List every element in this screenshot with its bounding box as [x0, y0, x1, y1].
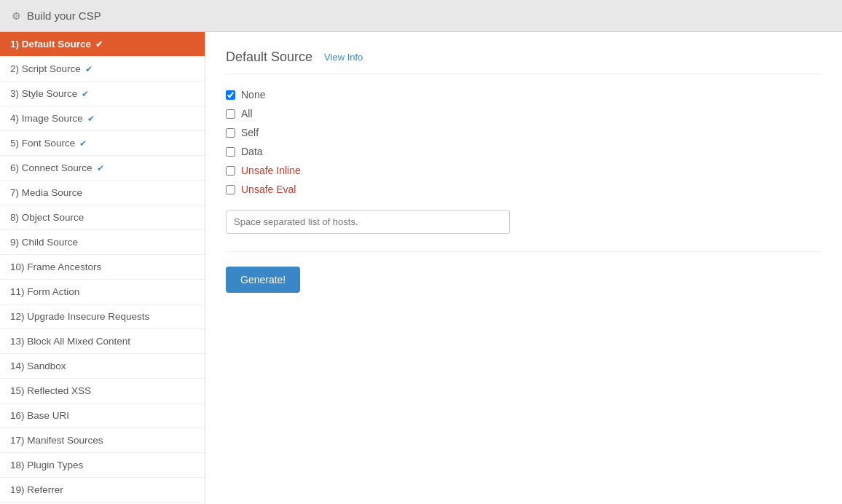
- sidebar-item-10[interactable]: 10) Frame Ancestors: [0, 255, 205, 280]
- sidebar-item-8[interactable]: 8) Object Source: [0, 205, 205, 230]
- option-item-unsafe-inline: Unsafe Inline: [226, 165, 822, 176]
- check-icon: ✔: [95, 39, 103, 50]
- sidebar-item-label: 12) Upgrade Insecure Requests: [10, 311, 149, 322]
- sidebar-item-label: 17) Manifest Sources: [10, 435, 103, 446]
- sidebar-item-label: 6) Connect Source: [10, 162, 93, 173]
- sidebar-item-3[interactable]: 3) Style Source ✔: [0, 82, 205, 106]
- sidebar-item-label: 13) Block All Mixed Content: [10, 336, 130, 347]
- sidebar-item-5[interactable]: 5) Font Source ✔: [0, 131, 205, 156]
- sidebar-item-label: 10) Frame Ancestors: [10, 261, 101, 272]
- option-label-self[interactable]: Self: [226, 127, 259, 138]
- sidebar-item-label: 14) Sandbox: [10, 361, 66, 371]
- sidebar-item-9[interactable]: 9) Child Source: [0, 230, 205, 255]
- section-header: Default Source View Info: [226, 50, 822, 74]
- sidebar-item-6[interactable]: 6) Connect Source ✔: [0, 156, 205, 181]
- sidebar-item-16[interactable]: 16) Base URI: [0, 403, 205, 428]
- main-content: Default Source View Info NoneAllSelfData…: [205, 32, 842, 504]
- sidebar-item-15[interactable]: 15) Reflected XSS: [0, 379, 205, 403]
- sidebar-item-label: 7) Media Source: [10, 187, 82, 198]
- sidebar-item-label: 18) Plugin Types: [10, 460, 83, 470]
- divider: [226, 251, 822, 252]
- sidebar-item-label: 5) Font Source: [10, 138, 75, 149]
- sidebar-item-11[interactable]: 11) Form Action: [0, 280, 205, 304]
- view-info-link[interactable]: View Info: [324, 52, 363, 63]
- app-header-title: Build your CSP: [27, 9, 101, 22]
- check-icon: ✔: [82, 89, 89, 99]
- option-checkbox-data[interactable]: [226, 147, 235, 157]
- option-item-unsafe-eval: Unsafe Eval: [226, 184, 822, 195]
- section-title: Default Source: [226, 50, 312, 65]
- option-item-data: Data: [226, 146, 822, 157]
- options-list: NoneAllSelfDataUnsafe InlineUnsafe Eval: [226, 89, 822, 195]
- check-icon: ✔: [85, 64, 93, 74]
- option-label-none[interactable]: None: [226, 89, 265, 101]
- gear-icon: ⚙: [12, 10, 21, 22]
- sidebar-item-1[interactable]: 1) Default Source ✔: [0, 32, 205, 57]
- option-item-none: None: [226, 89, 822, 101]
- option-checkbox-none[interactable]: [226, 90, 235, 100]
- sidebar-item-4[interactable]: 4) Image Source ✔: [0, 106, 205, 131]
- app-header: ⚙ Build your CSP: [0, 0, 842, 32]
- option-label-unsafe-inline[interactable]: Unsafe Inline: [226, 165, 301, 176]
- check-icon: ✔: [79, 138, 87, 149]
- sidebar-item-label: 3) Style Source: [10, 88, 77, 99]
- sidebar-item-19[interactable]: 19) Referrer: [0, 478, 205, 503]
- sidebar-item-17[interactable]: 17) Manifest Sources: [0, 428, 205, 453]
- sidebar-item-18[interactable]: 18) Plugin Types: [0, 453, 205, 478]
- layout: 1) Default Source ✔2) Script Source ✔3) …: [0, 32, 842, 504]
- option-label-data[interactable]: Data: [226, 146, 263, 157]
- sidebar-item-2[interactable]: 2) Script Source ✔: [0, 57, 205, 82]
- sidebar-item-label: 9) Child Source: [10, 237, 78, 248]
- sidebar-item-12[interactable]: 12) Upgrade Insecure Requests: [0, 304, 205, 329]
- sidebar-item-label: 8) Object Source: [10, 212, 84, 223]
- check-icon: ✔: [87, 114, 95, 124]
- sidebar-item-13[interactable]: 13) Block All Mixed Content: [0, 329, 205, 354]
- sidebar-item-label: 2) Script Source: [10, 63, 81, 74]
- sidebar-item-label: 11) Form Action: [10, 286, 79, 297]
- option-item-all: All: [226, 108, 822, 119]
- option-checkbox-unsafe-eval[interactable]: [226, 185, 235, 194]
- sidebar-item-label: 1) Default Source: [10, 39, 91, 50]
- sidebar: 1) Default Source ✔2) Script Source ✔3) …: [0, 32, 205, 504]
- sidebar-item-label: 15) Reflected XSS: [10, 385, 91, 396]
- option-checkbox-self[interactable]: [226, 128, 235, 138]
- sidebar-item-7[interactable]: 7) Media Source: [0, 181, 205, 205]
- hosts-input[interactable]: [226, 210, 510, 234]
- sidebar-item-label: 19) Referrer: [10, 484, 63, 495]
- option-label-all[interactable]: All: [226, 108, 253, 119]
- sidebar-item-14[interactable]: 14) Sandbox: [0, 354, 205, 379]
- sidebar-item-label: 16) Base URI: [10, 410, 69, 421]
- check-icon: ✔: [97, 163, 104, 173]
- sidebar-item-label: 4) Image Source: [10, 113, 83, 124]
- generate-button[interactable]: Generate!: [226, 267, 300, 293]
- option-item-self: Self: [226, 127, 822, 138]
- option-checkbox-unsafe-inline[interactable]: [226, 166, 235, 176]
- option-checkbox-all[interactable]: [226, 109, 235, 119]
- option-label-unsafe-eval[interactable]: Unsafe Eval: [226, 184, 296, 195]
